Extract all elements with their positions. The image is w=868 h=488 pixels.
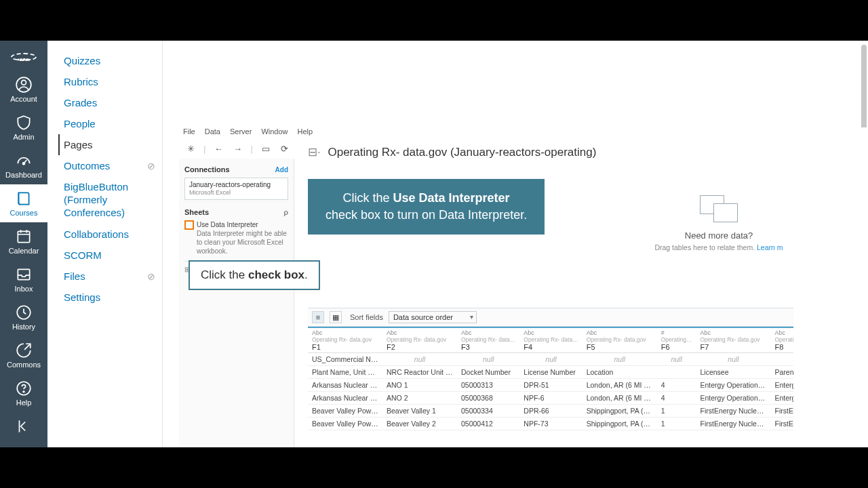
table-cell: Location xyxy=(583,366,657,379)
sort-fields-dropdown[interactable]: Data source order xyxy=(389,311,477,323)
sort-fields-label: Sort fields xyxy=(350,313,383,321)
nav-courses[interactable]: Courses xyxy=(0,184,47,222)
refresh-icon[interactable]: ⟳ xyxy=(279,142,291,155)
table-cell: NPF-6 xyxy=(519,392,582,405)
nav-help[interactable]: Help xyxy=(0,374,47,412)
cnav-rubrics[interactable]: Rubrics xyxy=(64,71,155,92)
column-header[interactable]: #Operating…F6 xyxy=(657,328,696,353)
datasource-title: ⊟· Operating Rx- data.gov (January-react… xyxy=(308,145,596,159)
save-icon[interactable]: ▭ xyxy=(260,142,272,155)
grid-view-icon[interactable]: ≡ xyxy=(312,311,324,323)
table-cell: Arkansas Nuclear One… xyxy=(308,392,382,405)
cnav-quizzes[interactable]: Quizzes xyxy=(64,50,155,71)
sheets-search-icon[interactable]: ρ xyxy=(283,208,288,216)
table-row[interactable]: Plant Name, Unit Nu…NRC Reactor Unit We…… xyxy=(308,366,793,379)
menu-window[interactable]: Window xyxy=(261,127,288,140)
table-row[interactable]: US_Commercial Nucle…nullnullnullnullnull… xyxy=(308,353,793,366)
course-nav: Quizzes Rubrics Grades People Pages Outc… xyxy=(47,41,163,447)
tableau-logo-icon[interactable]: ✳ xyxy=(184,142,197,155)
use-data-interpreter-checkbox[interactable] xyxy=(184,220,194,230)
table-cell: NPF-73 xyxy=(519,418,582,430)
grid-toolbar: ≡ ▦ Sort fields Data source order xyxy=(308,308,793,327)
metadata-view-icon[interactable]: ▦ xyxy=(330,311,342,323)
table-cell: Shippingport, PA (17 … xyxy=(583,405,657,418)
table-cell: Entergy … xyxy=(771,379,794,392)
cnav-bbb[interactable]: BigBlueButton (Formerly Conferences) xyxy=(64,176,155,224)
nav-commons[interactable]: Commons xyxy=(0,336,47,374)
connection-item[interactable]: January-reactors-operating Microsoft Exc… xyxy=(184,178,288,200)
cnav-pages[interactable]: Pages xyxy=(58,134,155,155)
column-header[interactable]: AbcOperating Rx- data…F3 xyxy=(457,328,519,353)
column-header[interactable]: AbcOperating Rx- data.govF2 xyxy=(382,328,457,353)
nav-account-label: Account xyxy=(10,95,37,103)
table-cell: Plant Name, Unit Nu… xyxy=(308,366,382,379)
table-cell: 05000334 xyxy=(457,405,519,418)
table-cell: Beaver Valley 2 xyxy=(382,418,457,430)
table-row[interactable]: Arkansas Nuclear One…ANO 105000313DPR-51… xyxy=(308,379,793,392)
table-cell: Entergy … xyxy=(771,392,794,405)
table-cell: ANO 1 xyxy=(382,379,457,392)
table-cell: 05000368 xyxy=(457,392,519,405)
column-header[interactable]: AbcOperating Rx- data.govF1 xyxy=(308,328,382,353)
nav-history-label: History xyxy=(12,323,35,331)
table-cell: London, AR (6 MI WN… xyxy=(583,379,657,392)
shield-icon xyxy=(15,114,33,131)
use-data-interpreter-desc: Data Interpreter might be able to clean … xyxy=(197,229,288,256)
table-row[interactable]: Arkansas Nuclear One…ANO 205000368NPF-6L… xyxy=(308,392,793,405)
table-cell xyxy=(657,366,696,379)
column-header[interactable]: AbcOperating Rx- data.govF7 xyxy=(696,328,771,353)
table-cell: FirstEnergy Nuclear O… xyxy=(696,418,771,430)
use-data-interpreter-label: Use Data Interpreter xyxy=(197,221,258,228)
relation-icon[interactable]: ⊟· xyxy=(308,146,321,159)
table-cell: DPR-66 xyxy=(519,405,582,418)
learn-more-link[interactable]: Learn m xyxy=(757,243,783,251)
connection-type: Microsoft Excel xyxy=(189,189,283,197)
cnav-scorm[interactable]: SCORM xyxy=(64,245,155,266)
table-cell: 1 xyxy=(657,418,696,430)
nav-inbox[interactable]: Inbox xyxy=(0,260,47,298)
nav-history[interactable]: History xyxy=(0,298,47,336)
use-data-interpreter-row: Use Data Interpreter Data Interpreter mi… xyxy=(184,220,288,256)
table-cell: null xyxy=(519,353,582,366)
column-header[interactable]: AbcOperating Rx- data.govF5 xyxy=(583,328,657,353)
connections-add-link[interactable]: Add xyxy=(275,166,288,174)
svg-point-1 xyxy=(22,80,26,85)
nav-dashboard[interactable]: Dashboard xyxy=(0,146,47,184)
data-grid: AbcOperating Rx- data.govF1AbcOperating … xyxy=(308,327,793,447)
menu-server[interactable]: Server xyxy=(230,127,252,140)
cnav-settings[interactable]: Settings xyxy=(64,287,155,308)
table-cell: Beaver Valley Power … xyxy=(308,405,382,418)
nav-dashboard-label: Dashboard xyxy=(5,171,42,179)
cnav-files[interactable]: Files xyxy=(64,266,85,287)
user-circle-icon xyxy=(15,76,33,94)
global-nav: Account Admin Dashboard Courses Calendar… xyxy=(0,41,47,447)
nav-calendar[interactable]: Calendar xyxy=(0,222,47,260)
sheets-title: Sheets xyxy=(184,208,209,216)
column-header[interactable]: AbcOperating…F8 xyxy=(771,328,794,353)
back-icon[interactable]: ← xyxy=(212,142,224,155)
svg-point-6 xyxy=(23,391,24,392)
table-cell: US_Commercial Nucle… xyxy=(308,353,382,366)
nav-account[interactable]: Account xyxy=(0,70,47,108)
gauge-icon xyxy=(15,152,33,169)
cnav-grades[interactable]: Grades xyxy=(64,92,155,113)
nav-admin[interactable]: Admin xyxy=(0,108,47,146)
forward-icon[interactable]: → xyxy=(231,142,243,155)
tableau-left-panel: Connections Add January-reactors-operati… xyxy=(179,159,294,447)
menu-file[interactable]: File xyxy=(183,127,195,140)
table-row[interactable]: Beaver Valley Power …Beaver Valley 10500… xyxy=(308,405,793,418)
table-cell: null xyxy=(382,353,457,366)
book-icon xyxy=(15,190,33,207)
inbox-icon xyxy=(15,266,33,283)
menu-data[interactable]: Data xyxy=(205,127,220,140)
table-cell: Licensee xyxy=(696,366,771,379)
column-header[interactable]: AbcOperating Rx- data…F4 xyxy=(519,328,582,353)
table-cell: Docket Number xyxy=(457,366,519,379)
nav-collapse[interactable] xyxy=(0,412,47,442)
hidden-icon: ⊘ xyxy=(147,161,155,171)
cnav-collab[interactable]: Collaborations xyxy=(64,224,155,245)
table-cell: Beaver Valley 1 xyxy=(382,405,457,418)
table-row[interactable]: Beaver Valley Power …Beaver Valley 20500… xyxy=(308,418,793,430)
cnav-people[interactable]: People xyxy=(64,113,155,134)
cnav-outcomes[interactable]: Outcomes xyxy=(64,155,110,176)
